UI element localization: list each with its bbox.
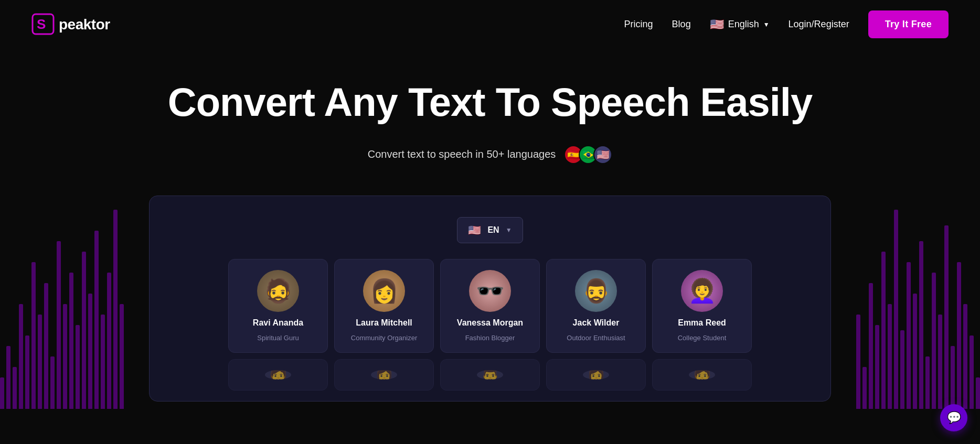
voice-name-vanessa: Vanessa Morgan [457, 318, 523, 328]
pricing-link[interactable]: Pricing [624, 19, 653, 30]
chat-icon: 💬 [947, 411, 961, 425]
voice-role-emma: College Student [678, 334, 727, 342]
avatar-vanessa: 🕶️ [469, 270, 511, 312]
voice-role-vanessa: Fashion Blogger [465, 334, 515, 342]
voice-name-emma: Emma Reed [678, 318, 726, 328]
avatar-r2-3: 👨 [477, 370, 503, 380]
voice-card-r2-1[interactable]: 🧑 [228, 359, 328, 391]
voice-role-ravi: Spiritual Guru [257, 334, 299, 342]
flag-group: 🇪🇸 🇧🇷 🇺🇸 [564, 145, 612, 164]
dropdown-flag-icon: 🇺🇸 [468, 224, 481, 236]
hero-section: Convert Any Text To Speech Easily Conver… [0, 49, 980, 175]
chevron-down-icon: ▼ [763, 21, 770, 28]
voice-card-r2-5[interactable]: 🧑 [652, 359, 752, 391]
us-flag-icon: 🇺🇸 [710, 18, 724, 31]
language-label: English [728, 19, 759, 30]
avatar-r2-1: 🧑 [265, 370, 291, 380]
demo-lang-selector: 🇺🇸 EN ▼ [165, 217, 815, 243]
avatar-r2-4: 👩 [583, 370, 609, 380]
voice-card-vanessa[interactable]: 🕶️ Vanessa Morgan Fashion Blogger [440, 259, 540, 353]
flag-usa: 🇺🇸 [593, 145, 612, 164]
voice-card-emma[interactable]: 👩‍🦱 Emma Reed College Student [652, 259, 752, 353]
chat-widget[interactable]: 💬 [940, 404, 967, 431]
voice-cards-row2: 🧑 👩 👨 👩 🧑 [165, 359, 815, 391]
voice-card-r2-4[interactable]: 👩 [546, 359, 646, 391]
language-code: EN [487, 225, 499, 235]
voice-role-jack: Outdoor Enthusiast [567, 334, 625, 342]
avatar-r2-2: 👩 [371, 370, 397, 380]
voice-card-jack[interactable]: 🧔‍♂️ Jack Wilder Outdoor Enthusiast [546, 259, 646, 353]
demo-container: 🇺🇸 EN ▼ 🧔 Ravi Ananda Spiritual Guru 👩 L… [149, 196, 831, 402]
subtitle-text: Convert text to speech in 50+ languages [368, 148, 556, 160]
blog-link[interactable]: Blog [672, 19, 691, 30]
avatar-emma: 👩‍🦱 [681, 270, 723, 312]
voice-role-laura: Community Organizer [351, 334, 417, 342]
voice-card-r2-2[interactable]: 👩 [334, 359, 434, 391]
nav-links: Pricing Blog 🇺🇸 English ▼ Login/Register… [624, 10, 949, 38]
voice-card-ravi[interactable]: 🧔 Ravi Ananda Spiritual Guru [228, 259, 328, 353]
avatar-ravi: 🧔 [257, 270, 299, 312]
avatar-jack: 🧔‍♂️ [575, 270, 617, 312]
login-register-link[interactable]: Login/Register [789, 19, 849, 30]
language-dropdown[interactable]: 🇺🇸 EN ▼ [457, 217, 523, 243]
avatar-laura: 👩 [363, 270, 405, 312]
hero-title: Convert Any Text To Speech Easily [149, 80, 831, 124]
voice-name-jack: Jack Wilder [573, 318, 620, 328]
waveform-right [844, 199, 980, 409]
voice-card-laura[interactable]: 👩 Laura Mitchell Community Organizer [334, 259, 434, 353]
dropdown-chevron-icon: ▼ [506, 226, 512, 234]
voice-card-r2-3[interactable]: 👨 [440, 359, 540, 391]
voice-cards-row1: 🧔 Ravi Ananda Spiritual Guru 👩 Laura Mit… [165, 259, 815, 353]
voice-name-ravi: Ravi Ananda [253, 318, 303, 328]
hero-subtitle: Convert text to speech in 50+ languages … [10, 145, 970, 164]
waveform-left [0, 199, 136, 409]
language-selector[interactable]: 🇺🇸 English ▼ [710, 18, 770, 31]
logo[interactable]: S peaktor [31, 12, 110, 37]
avatar-r2-5: 🧑 [689, 370, 715, 380]
navbar: S peaktor Pricing Blog 🇺🇸 English ▼ Logi… [0, 0, 980, 49]
logo-text: peaktor [59, 16, 110, 33]
svg-text:S: S [37, 16, 46, 32]
try-it-free-button[interactable]: Try It Free [868, 10, 949, 38]
voice-name-laura: Laura Mitchell [356, 318, 412, 328]
logo-icon: S [31, 12, 57, 37]
